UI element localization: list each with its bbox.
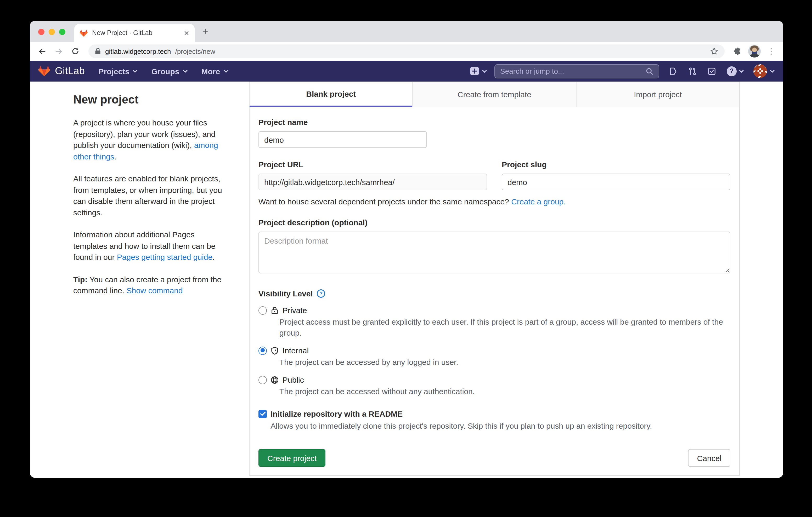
search-icon bbox=[646, 67, 654, 75]
tab-blank-project[interactable]: Blank project bbox=[250, 82, 412, 107]
back-icon[interactable] bbox=[35, 44, 49, 58]
visibility-help-icon[interactable]: ? bbox=[317, 289, 325, 298]
chevron-down-icon bbox=[182, 69, 187, 73]
show-command-link[interactable]: Show command bbox=[126, 286, 182, 295]
project-slug-label: Project slug bbox=[502, 160, 730, 169]
extensions-puzzle-icon[interactable] bbox=[731, 44, 745, 58]
project-description-textarea[interactable] bbox=[258, 232, 730, 273]
chevron-down-icon bbox=[482, 69, 487, 73]
tip-label: Tip: bbox=[73, 275, 87, 283]
visibility-level-label: Visibility Level ? bbox=[258, 289, 730, 298]
readme-label[interactable]: Initialize repository with a README bbox=[270, 409, 403, 418]
readme-checkbox[interactable] bbox=[258, 409, 267, 418]
new-project-sidebar: New project A project is where you house… bbox=[73, 82, 228, 307]
public-description: The project can be accessed without any … bbox=[280, 386, 730, 397]
namespace-hint: Want to house several dependent projects… bbox=[258, 197, 730, 206]
globe-icon bbox=[270, 375, 279, 384]
check-icon bbox=[260, 412, 265, 416]
tab-create-from-template[interactable]: Create from template bbox=[412, 82, 576, 107]
gitlab-tanuki-icon bbox=[38, 65, 50, 77]
create-a-group-link[interactable]: Create a group. bbox=[511, 197, 566, 206]
svg-text:?: ? bbox=[319, 291, 323, 296]
create-project-button[interactable]: Create project bbox=[258, 449, 325, 467]
user-avatar bbox=[753, 64, 767, 78]
chevron-down-icon bbox=[223, 69, 228, 73]
project-url-input[interactable] bbox=[258, 174, 487, 190]
page-title: New project bbox=[73, 93, 228, 107]
page-content: New project A project is where you house… bbox=[30, 82, 783, 478]
project-name-input[interactable] bbox=[258, 131, 427, 148]
private-radio[interactable] bbox=[258, 306, 267, 314]
browser-toolbar: gitlab.widgetcorp.tech/projects/new bbox=[30, 42, 783, 61]
user-menu[interactable] bbox=[753, 64, 775, 78]
project-slug-input[interactable] bbox=[502, 174, 730, 190]
browser-tab-strip: New Project · GitLab ✕ + bbox=[30, 21, 783, 42]
minimize-window-button[interactable] bbox=[49, 29, 55, 35]
browser-tab[interactable]: New Project · GitLab ✕ bbox=[74, 24, 195, 42]
visibility-option-private: Private Project access must be granted e… bbox=[258, 306, 730, 338]
visibility-option-internal: Internal The project can be accessed by … bbox=[258, 346, 730, 367]
search-placeholder: Search or jump to... bbox=[500, 67, 646, 75]
reload-icon[interactable] bbox=[68, 44, 82, 58]
internal-label[interactable]: Internal bbox=[283, 346, 309, 355]
gitlab-navbar: GitLab Projects Groups More bbox=[30, 61, 783, 82]
url-path: /projects/new bbox=[175, 47, 215, 55]
form-actions: Create project Cancel bbox=[258, 449, 730, 467]
chevron-down-icon bbox=[770, 69, 775, 73]
forward-icon[interactable] bbox=[52, 44, 65, 58]
address-bar[interactable]: gitlab.widgetcorp.tech/projects/new bbox=[88, 44, 725, 58]
gitlab-wordmark: GitLab bbox=[55, 65, 85, 77]
sidebar-tip: Tip: You can also create a project from … bbox=[73, 274, 228, 296]
project-url-label: Project URL bbox=[258, 160, 487, 169]
window-controls bbox=[38, 29, 65, 35]
nav-menu-more[interactable]: More bbox=[201, 67, 228, 75]
shield-icon bbox=[270, 346, 279, 355]
issues-icon[interactable] bbox=[669, 67, 677, 75]
sidebar-paragraph-2: All features are enabled for blank proje… bbox=[73, 173, 228, 218]
pages-guide-link[interactable]: Pages getting started guide bbox=[117, 252, 212, 262]
public-radio[interactable] bbox=[258, 375, 267, 384]
private-label[interactable]: Private bbox=[283, 306, 307, 315]
plus-square-icon bbox=[470, 66, 479, 76]
project-type-tabs: Blank project Create from template Impor… bbox=[250, 82, 739, 107]
zoom-window-button[interactable] bbox=[59, 29, 65, 35]
todos-icon[interactable] bbox=[707, 67, 716, 75]
public-label[interactable]: Public bbox=[283, 375, 304, 384]
close-window-button[interactable] bbox=[38, 29, 45, 35]
tab-import-project[interactable]: Import project bbox=[576, 82, 739, 107]
sidebar-paragraph-3: Information about additional Pages templ… bbox=[73, 229, 228, 263]
readme-section: Initialize repository with a README Allo… bbox=[258, 409, 730, 430]
project-name-label: Project name bbox=[258, 118, 730, 126]
merge-requests-icon[interactable] bbox=[688, 67, 697, 75]
bookmark-star-icon[interactable] bbox=[710, 47, 718, 55]
screen: New Project · GitLab ✕ + bbox=[0, 0, 812, 517]
nav-menu-groups[interactable]: Groups bbox=[151, 67, 188, 75]
gitlab-favicon-icon bbox=[80, 29, 88, 37]
cancel-button[interactable]: Cancel bbox=[688, 449, 730, 467]
new-dropdown-button[interactable] bbox=[470, 66, 487, 76]
internal-radio[interactable] bbox=[258, 346, 267, 355]
browser-profile-avatar[interactable] bbox=[748, 44, 761, 58]
project-description-label: Project description (optional) bbox=[258, 218, 730, 227]
gitlab-logo[interactable]: GitLab bbox=[38, 65, 85, 77]
internal-description: The project can be accessed by any logge… bbox=[280, 357, 730, 367]
browser-menu-kebab-icon[interactable]: ⋮ bbox=[764, 44, 778, 58]
nav-menu-projects[interactable]: Projects bbox=[98, 67, 138, 75]
sidebar-paragraph-1: A project is where you house your files … bbox=[73, 117, 228, 162]
help-icon: ? bbox=[727, 66, 737, 76]
tab-title: New Project · GitLab bbox=[92, 29, 179, 37]
chevron-down-icon bbox=[739, 69, 744, 73]
url-host: gitlab.widgetcorp.tech bbox=[105, 47, 171, 55]
lock-icon bbox=[270, 306, 279, 314]
private-description: Project access must be granted explicitl… bbox=[280, 316, 730, 338]
readme-description: Allows you to immediately clone this pro… bbox=[270, 421, 730, 430]
tab-close-icon[interactable]: ✕ bbox=[184, 30, 190, 36]
visibility-option-public: Public The project can be accessed witho… bbox=[258, 375, 730, 397]
chevron-down-icon bbox=[133, 69, 138, 73]
search-input[interactable]: Search or jump to... bbox=[494, 64, 659, 78]
new-tab-button[interactable]: + bbox=[202, 26, 208, 37]
lock-icon bbox=[95, 48, 101, 55]
new-project-panel: Blank project Create from template Impor… bbox=[249, 82, 740, 476]
browser-window: New Project · GitLab ✕ + bbox=[30, 21, 783, 478]
help-menu[interactable]: ? bbox=[727, 66, 744, 76]
